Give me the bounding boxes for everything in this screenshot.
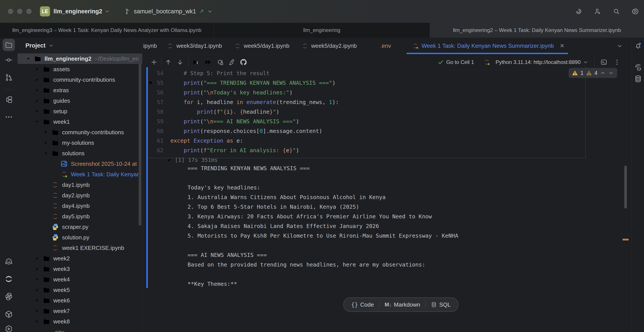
code-line[interactable]: 57 for i, headline in enumerate(trending…: [142, 97, 618, 107]
tree-row[interactable]: my-solutions: [18, 138, 142, 148]
tree-row[interactable]: setup: [18, 106, 142, 117]
run-all-cells-icon[interactable]: [204, 58, 212, 66]
project-panel-header[interactable]: Project: [18, 38, 142, 53]
window-tab[interactable]: llm_engineering3 – Week 1 Task: Kenyan D…: [0, 23, 214, 38]
code-line[interactable]: 59 print("\n=== AI NEWS ANALYSIS ==="): [142, 117, 618, 126]
code-line[interactable]: 58 print(f"{i}. {headline}"): [142, 107, 618, 117]
clear-outputs-icon[interactable]: [228, 58, 236, 66]
tree-row[interactable]: guides: [18, 96, 142, 106]
code-line[interactable]: 62 print(f"Error in AI analysis: {e}"): [142, 146, 618, 155]
chevron-right-icon[interactable]: [34, 297, 43, 304]
prev-problem-icon[interactable]: [600, 70, 606, 76]
close-tab-icon[interactable]: ✕: [560, 42, 564, 49]
tree-row[interactable]: llm_engineering2~/Desktop/llm_en: [18, 53, 142, 64]
editor-tab[interactable]: week3/day1.ipynb: [167, 38, 222, 54]
code-line[interactable]: 60 print(response.choices[0].message.con…: [142, 126, 618, 136]
tree-row[interactable]: Week 1 Task: Daily Kenyan: [18, 169, 142, 179]
tree-row[interactable]: .env: [18, 327, 142, 332]
chevron-right-icon[interactable]: [34, 76, 43, 83]
chevron-right-icon[interactable]: [34, 276, 43, 283]
tree-row[interactable]: week1: [18, 117, 142, 127]
project-switcher[interactable]: llm_engineering2: [54, 8, 110, 15]
code-cell[interactable]: 54 # Step 5: Print the result55 print("=…: [142, 68, 618, 165]
tree-row[interactable]: community-contributions: [18, 127, 142, 138]
add-code-cell-button[interactable]: {} Code: [346, 298, 379, 312]
notifications-bell-icon[interactable]: [634, 42, 642, 49]
next-problem-icon[interactable]: [608, 70, 614, 76]
go-to-cell-button[interactable]: Go to Cell 1: [446, 59, 474, 65]
tree-row[interactable]: solution.py: [18, 232, 142, 243]
restart-kernel-icon[interactable]: [216, 58, 224, 66]
commit-tool-button[interactable]: [4, 56, 13, 64]
vcs-branch-widget[interactable]: samuel_bootcamp_wk1: [124, 8, 213, 15]
jupyter-tool-button[interactable]: [4, 275, 13, 283]
tree-row[interactable]: week8: [18, 316, 142, 327]
pull-requests-tool-button[interactable]: [4, 73, 13, 82]
add-sql-cell-button[interactable]: SQL: [426, 298, 456, 312]
tree-row[interactable]: day4.ipynb: [18, 201, 142, 211]
huggingface-tool-button[interactable]: [4, 258, 13, 266]
tree-row[interactable]: community-contributions: [18, 74, 142, 85]
code-line[interactable]: 55 print("=== TRENDING KENYAN NEWS ANALY…: [142, 78, 618, 88]
kebab-menu-icon[interactable]: [613, 58, 621, 66]
project-tree-scrollbar[interactable]: [139, 63, 141, 226]
tree-row[interactable]: day2.ipynb: [18, 190, 142, 201]
project-avatar[interactable]: LE: [40, 6, 50, 16]
editor-tab[interactable]: .env: [371, 38, 391, 54]
services-tool-button[interactable]: [4, 325, 13, 332]
run-cell-icon[interactable]: [192, 58, 199, 66]
editor-tab[interactable]: week5/day1.ipynb: [234, 38, 289, 54]
chevron-down-icon[interactable]: [25, 55, 34, 62]
tree-row[interactable]: Screenshot 2025-10-24 at: [18, 159, 142, 169]
tab-list-chevron-icon[interactable]: [616, 43, 623, 49]
chevron-down-icon[interactable]: [43, 150, 52, 157]
code-line[interactable]: 61except Exception as e:: [142, 136, 618, 146]
move-cell-down-icon[interactable]: [176, 58, 184, 66]
window-tab[interactable]: llm_engineering: [214, 23, 430, 38]
tree-row[interactable]: solutions: [18, 148, 142, 159]
database-tool-button[interactable]: [634, 75, 642, 83]
project-tool-button[interactable]: [3, 39, 15, 51]
chevron-right-icon[interactable]: [34, 97, 43, 104]
structure-tool-button[interactable]: [4, 96, 13, 104]
editor-tab[interactable]: Week 1 Task: Daily Kenyan News Summarize…: [412, 38, 564, 54]
close-window-icon[interactable]: [8, 9, 13, 14]
tree-row[interactable]: extras: [18, 85, 142, 96]
chevron-right-icon[interactable]: [43, 140, 52, 146]
add-markdown-cell-button[interactable]: M↓ Markdown: [379, 298, 425, 312]
code-line[interactable]: 56 print("\nToday's key headlines:"): [142, 88, 618, 97]
tree-row[interactable]: week3: [18, 264, 142, 274]
code-line[interactable]: 54 # Step 5: Print the result: [142, 68, 618, 78]
tree-row[interactable]: week7: [18, 306, 142, 316]
chevron-right-icon[interactable]: [34, 87, 43, 94]
chevron-right-icon[interactable]: [43, 129, 52, 136]
tree-row[interactable]: week4: [18, 274, 142, 285]
editor-tab[interactable]: ipynb: [143, 38, 157, 54]
github-icon[interactable]: [240, 58, 247, 66]
python-packages-tool-button[interactable]: [4, 310, 13, 319]
add-user-icon[interactable]: [594, 7, 602, 15]
tree-row[interactable]: day5.ipynb: [18, 211, 142, 222]
inspections-widget[interactable]: 1 4: [568, 68, 617, 78]
search-icon[interactable]: [612, 7, 620, 15]
python-console-tool-button[interactable]: [4, 292, 13, 301]
minimize-window-icon[interactable]: [17, 9, 22, 14]
settings-gear-icon[interactable]: [631, 7, 639, 15]
chevron-down-icon[interactable]: [34, 119, 43, 125]
add-cell-icon[interactable]: [150, 58, 158, 66]
chevron-right-icon[interactable]: [34, 308, 43, 314]
window-controls[interactable]: [8, 9, 32, 14]
chevron-right-icon[interactable]: [34, 266, 43, 272]
tree-row[interactable]: assets: [18, 64, 142, 74]
tree-row[interactable]: scraper.py: [18, 222, 142, 232]
kernel-selector[interactable]: Python 3.11.14: http://localhost:8890: [483, 59, 588, 66]
move-cell-up-icon[interactable]: [164, 58, 172, 66]
ai-assistant-icon[interactable]: [575, 7, 582, 15]
editor-tab[interactable]: week5/day2.ipynb: [302, 38, 357, 54]
ai-chat-tool-button[interactable]: [634, 63, 642, 71]
tree-row[interactable]: day1.ipynb: [18, 179, 142, 190]
maximize-window-icon[interactable]: [26, 9, 32, 14]
window-tab[interactable]: llm_engineering2 – Week 1 Task: Daily Ke…: [430, 23, 644, 38]
chevron-right-icon[interactable]: [34, 108, 43, 115]
editor-scrollbar-thumb[interactable]: [624, 166, 627, 208]
